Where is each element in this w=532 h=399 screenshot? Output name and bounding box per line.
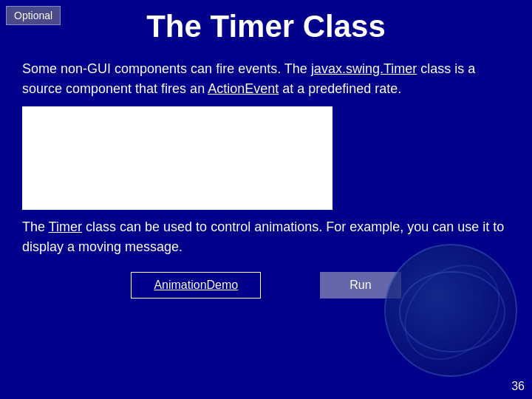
optional-badge: Optional (6, 6, 61, 25)
content-box (22, 106, 332, 210)
intro-text-part3: at a predefined rate. (279, 81, 401, 96)
lower-text-part1: The (22, 219, 49, 234)
optional-label: Optional (14, 10, 52, 21)
page-title: The Timer Class (0, 0, 532, 59)
globe-decoration (384, 244, 517, 377)
javax-swing-timer-link[interactable]: javax.swing.Timer (311, 61, 417, 76)
page-number: 36 (511, 380, 525, 393)
animation-demo-button[interactable]: AnimationDemo (131, 272, 261, 299)
intro-paragraph: Some non-GUI components can fire events.… (22, 59, 510, 99)
action-event-link[interactable]: ActionEvent (208, 81, 279, 96)
timer-link[interactable]: Timer (49, 219, 82, 234)
intro-text-part1: Some non-GUI components can fire events.… (22, 61, 311, 76)
